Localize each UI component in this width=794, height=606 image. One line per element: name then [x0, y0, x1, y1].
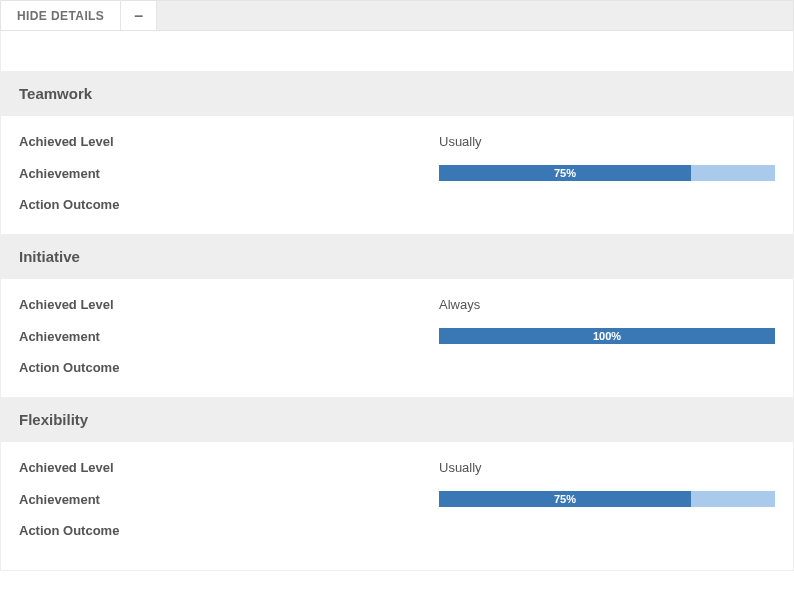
toolbar: HIDE DETAILS – [0, 0, 794, 31]
progress-wrap: 100% [439, 328, 775, 344]
row-achieved-level: Achieved LevelUsually [1, 120, 793, 157]
row-achieved-level: Achieved LevelAlways [1, 283, 793, 320]
row-action-outcome: Action Outcome [1, 352, 793, 389]
label-achievement: Achievement [19, 329, 439, 344]
achievement-progress-fill: 75% [439, 491, 691, 507]
section-title: Flexibility [19, 411, 88, 428]
row-achievement: Achievement75% [1, 483, 793, 515]
hide-details-button[interactable]: HIDE DETAILS [1, 1, 121, 30]
label-achieved-level: Achieved Level [19, 134, 439, 149]
achievement-progress: 100% [439, 328, 775, 344]
section-body: Achieved LevelUsuallyAchievement75%Actio… [1, 442, 793, 560]
spacer [1, 560, 793, 570]
achievement-progress: 75% [439, 491, 775, 507]
progress-wrap: 75% [439, 165, 775, 181]
section-header: Flexibility [1, 397, 793, 442]
section-title: Teamwork [19, 85, 92, 102]
achievement-progress: 75% [439, 165, 775, 181]
row-action-outcome: Action Outcome [1, 515, 793, 552]
row-achieved-level: Achieved LevelUsually [1, 446, 793, 483]
section-body: Achieved LevelUsuallyAchievement75%Actio… [1, 116, 793, 234]
label-achievement: Achievement [19, 492, 439, 507]
label-achieved-level: Achieved Level [19, 460, 439, 475]
label-action-outcome: Action Outcome [19, 360, 439, 375]
achievement-percent-text: 75% [554, 493, 576, 505]
label-action-outcome: Action Outcome [19, 197, 439, 212]
section-header: Teamwork [1, 71, 793, 116]
details-panel: TeamworkAchieved LevelUsuallyAchievement… [0, 31, 794, 571]
section-body: Achieved LevelAlwaysAchievement100%Actio… [1, 279, 793, 397]
value-achieved-level: Usually [439, 460, 775, 475]
row-action-outcome: Action Outcome [1, 189, 793, 226]
section-title: Initiative [19, 248, 80, 265]
row-achievement: Achievement75% [1, 157, 793, 189]
label-achieved-level: Achieved Level [19, 297, 439, 312]
achievement-percent-text: 75% [554, 167, 576, 179]
collapse-button[interactable]: – [121, 1, 157, 30]
spacer [1, 31, 793, 71]
minus-icon: – [134, 7, 143, 25]
row-achievement: Achievement100% [1, 320, 793, 352]
label-achievement: Achievement [19, 166, 439, 181]
progress-wrap: 75% [439, 491, 775, 507]
section-header: Initiative [1, 234, 793, 279]
achievement-percent-text: 100% [593, 330, 621, 342]
value-achieved-level: Always [439, 297, 775, 312]
achievement-progress-fill: 100% [439, 328, 775, 344]
label-action-outcome: Action Outcome [19, 523, 439, 538]
value-achieved-level: Usually [439, 134, 775, 149]
achievement-progress-fill: 75% [439, 165, 691, 181]
